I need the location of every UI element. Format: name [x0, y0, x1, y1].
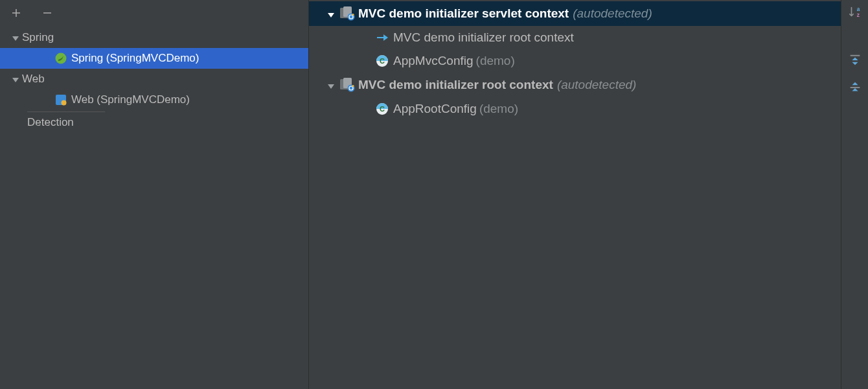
svg-text:z: z	[856, 12, 859, 18]
config-class-icon: C	[374, 101, 391, 117]
context-tree[interactable]: MVC demo initializer servlet context (au…	[309, 0, 841, 389]
context-node-root[interactable]: MVC demo initializer root context (autod…	[309, 73, 841, 97]
svg-point-0	[56, 53, 67, 64]
sidebar-toolbar	[0, 0, 308, 26]
autodetected-note: (autodetected)	[557, 78, 637, 92]
tree-group-spring[interactable]: Spring	[0, 27, 308, 48]
fileset-icon	[339, 77, 356, 93]
child-note: (demo)	[479, 102, 518, 116]
svg-text:C: C	[380, 57, 385, 65]
child-note: (demo)	[476, 54, 515, 68]
svg-text:a: a	[856, 6, 860, 12]
context-child-link[interactable]: MVC demo initializer root context	[309, 26, 841, 49]
tree-item-detection[interactable]: Detection	[0, 112, 308, 133]
tree-item-spring-module[interactable]: Spring (SpringMVCDemo)	[0, 48, 308, 69]
spring-leaf-icon	[53, 51, 69, 66]
arrow-right-icon	[374, 30, 391, 45]
item-label: Web (SpringMVCDemo)	[71, 93, 190, 106]
group-label: Web	[22, 73, 45, 86]
child-label: AppRootConfig	[393, 102, 477, 116]
child-label: MVC demo initializer root context	[393, 30, 574, 45]
item-label: Spring (SpringMVCDemo)	[71, 52, 199, 65]
remove-button[interactable]	[38, 3, 57, 23]
details-gutter: a z	[841, 0, 868, 389]
child-label: AppMvcConfig	[393, 54, 474, 68]
svg-point-6	[352, 14, 354, 16]
fileset-icon	[339, 6, 356, 21]
chevron-down-icon	[9, 73, 22, 86]
group-label: Spring	[22, 31, 54, 44]
collapse-all-button[interactable]	[845, 78, 865, 97]
chevron-down-icon	[323, 78, 339, 92]
chevron-down-icon	[9, 31, 22, 44]
details-panel: MVC demo initializer servlet context (au…	[309, 0, 868, 389]
svg-point-12	[352, 85, 354, 87]
context-child-config[interactable]: C AppMvcConfig (demo)	[309, 49, 841, 73]
expand-all-button[interactable]	[845, 51, 865, 70]
add-button[interactable]	[6, 3, 26, 23]
item-label: Detection	[27, 116, 74, 129]
context-node-servlet[interactable]: MVC demo initializer servlet context (au…	[309, 1, 841, 26]
context-title: MVC demo initializer root context	[358, 78, 553, 92]
sort-alpha-button[interactable]: a z	[845, 3, 865, 22]
tree-group-web[interactable]: Web	[0, 69, 308, 89]
config-class-icon: C	[374, 53, 391, 69]
svg-text:C: C	[380, 105, 385, 113]
context-child-config[interactable]: C AppRootConfig (demo)	[309, 97, 841, 121]
facets-tree[interactable]: Spring Spring (SpringMVCDemo) Web Web (S…	[0, 26, 308, 389]
web-facet-icon	[53, 92, 69, 108]
tree-item-web-module[interactable]: Web (SpringMVCDemo)	[0, 89, 308, 110]
chevron-down-icon	[323, 6, 339, 21]
facets-sidebar: Spring Spring (SpringMVCDemo) Web Web (S…	[0, 0, 309, 389]
autodetected-note: (autodetected)	[573, 6, 652, 21]
svg-point-2	[62, 100, 67, 106]
context-title: MVC demo initializer servlet context	[358, 6, 569, 21]
